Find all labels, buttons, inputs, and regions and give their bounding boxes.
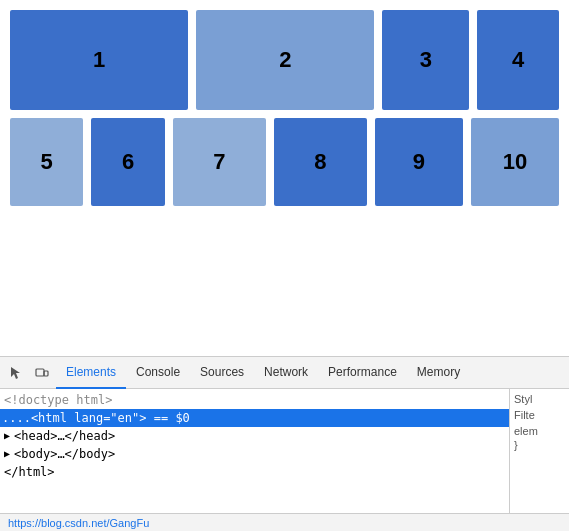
code-body-line[interactable]: ▶ <body>…</body> [4,445,505,463]
styles-label: Styl [514,393,565,405]
grid-cell-1: 1 [10,10,188,110]
filter-label: Filte [514,409,565,421]
tab-sources[interactable]: Sources [190,357,254,389]
curly-brace: } [514,439,565,451]
code-html-line[interactable]: ....<html lang="en"> == $0 [0,409,509,427]
grid-cell-7: 7 [173,118,266,206]
main-content: 1 2 3 4 5 6 7 8 9 10 [0,0,569,390]
grid-cell-9: 9 [375,118,463,206]
cursor-icon[interactable] [4,361,28,385]
code-html-close: </html> [4,463,505,481]
status-bar: https://blog.csdn.net/GangFu [0,513,569,531]
device-toggle-icon[interactable] [30,361,54,385]
tab-performance[interactable]: Performance [318,357,407,389]
devtools-code-panel: <!doctype html> ....<html lang="en"> == … [0,389,509,531]
svg-marker-0 [11,367,20,379]
devtools-body: <!doctype html> ....<html lang="en"> == … [0,389,569,531]
grid-row-2: 5 6 7 8 9 10 [10,118,559,206]
status-url: https://blog.csdn.net/GangFu [8,517,149,529]
head-arrow: ▶ [4,427,10,445]
grid-cell-10: 10 [471,118,559,206]
devtools-styles-panel: Styl Filte elem } [509,389,569,531]
tab-network[interactable]: Network [254,357,318,389]
tab-memory[interactable]: Memory [407,357,470,389]
body-arrow: ▶ [4,445,10,463]
grid-cell-8: 8 [274,118,367,206]
grid-cell-6: 6 [91,118,164,206]
elem-label: elem [514,425,565,437]
code-head-line[interactable]: ▶ <head>…</head> [4,427,505,445]
grid-cell-4: 4 [477,10,559,110]
tab-console[interactable]: Console [126,357,190,389]
tab-elements[interactable]: Elements [56,357,126,389]
svg-rect-1 [36,369,44,376]
code-doctype: <!doctype html> [4,391,505,409]
grid-cell-5: 5 [10,118,83,206]
grid-cell-2: 2 [196,10,374,110]
svg-rect-2 [44,371,48,376]
devtools-tabs: Elements Console Sources Network Perform… [0,357,569,389]
grid-cell-3: 3 [382,10,469,110]
devtools-panel: Elements Console Sources Network Perform… [0,356,569,531]
grid-row-1: 1 2 3 4 [10,10,559,110]
